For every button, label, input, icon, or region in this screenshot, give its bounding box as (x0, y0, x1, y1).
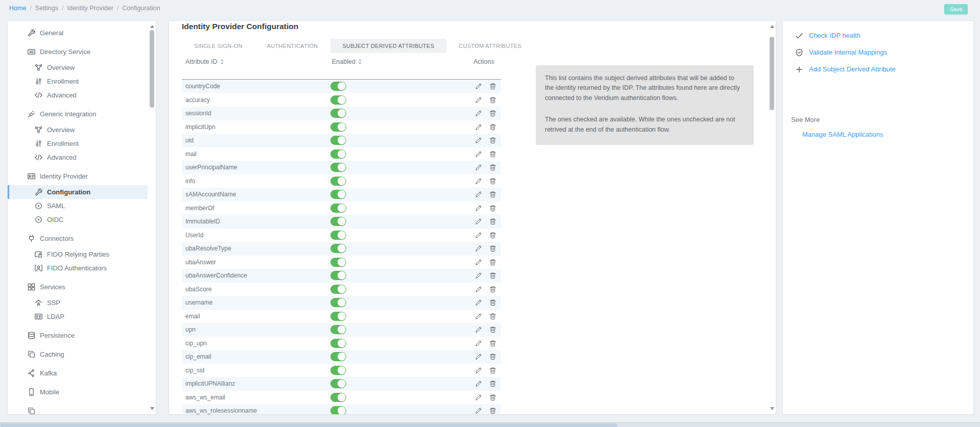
sidebar-item-configuration[interactable]: Configuration (8, 185, 148, 199)
scroll-up-icon[interactable] (770, 25, 774, 28)
scroll-up-icon[interactable] (150, 25, 154, 28)
save-button[interactable]: Save (944, 4, 968, 14)
delete-button[interactable] (488, 407, 497, 415)
sidebar-item-kafka[interactable]: Kafka (8, 366, 148, 380)
sort-icon[interactable] (358, 59, 362, 65)
delete-button[interactable] (488, 96, 497, 105)
manage-saml-applications-link[interactable]: Manage SAML Applications (802, 131, 883, 138)
enabled-toggle[interactable] (330, 339, 346, 348)
enabled-toggle[interactable] (330, 298, 346, 307)
edit-button[interactable] (474, 177, 483, 186)
enabled-toggle[interactable] (330, 352, 346, 361)
tab-subject-derived-attributes[interactable]: SUBJECT DERIVED ATTRIBUTES (330, 39, 447, 53)
enabled-toggle[interactable] (330, 204, 346, 213)
delete-button[interactable] (488, 380, 497, 388)
edit-button[interactable] (474, 231, 483, 240)
validate-internal-mappings-link[interactable]: Validate Internal Mappings (783, 44, 973, 61)
sidebar-item-advanced[interactable]: Advanced (8, 88, 148, 102)
sidebar-item-fido-authenticators[interactable]: FIDO Authenticators (8, 261, 148, 275)
delete-button[interactable] (488, 190, 497, 199)
delete-button[interactable] (488, 298, 497, 307)
enabled-toggle[interactable] (330, 393, 346, 402)
enabled-toggle[interactable] (330, 312, 346, 321)
enabled-toggle[interactable] (330, 244, 346, 253)
sidebar-item-general[interactable]: General (8, 26, 148, 40)
enabled-toggle[interactable] (330, 325, 346, 334)
sidebar-item-caching[interactable]: Caching (8, 347, 148, 361)
delete-button[interactable] (488, 258, 497, 267)
sort-icon[interactable] (220, 59, 224, 65)
enabled-toggle[interactable] (330, 149, 346, 159)
sidebar-item-overview[interactable]: Overview (8, 61, 148, 74)
edit-button[interactable] (474, 190, 483, 199)
edit-button[interactable] (474, 380, 483, 388)
sidebar-item-ssp[interactable]: SSP (8, 296, 148, 310)
edit-button[interactable] (474, 217, 483, 226)
edit-button[interactable] (474, 82, 483, 91)
delete-button[interactable] (488, 312, 497, 321)
edit-button[interactable] (474, 123, 483, 132)
sidebar-item-persistence[interactable]: Persistence (8, 329, 148, 342)
edit-button[interactable] (474, 366, 483, 375)
horizontal-scrollbar[interactable] (0, 422, 980, 427)
edit-button[interactable] (474, 204, 483, 213)
delete-button[interactable] (488, 217, 497, 226)
enabled-toggle[interactable] (330, 379, 346, 388)
sidebar-item-enrollment[interactable]: Enrollment (8, 74, 148, 88)
tab-single-sign-on[interactable]: SINGLE SIGN-ON (182, 39, 255, 53)
sidebar-item-oidc[interactable]: OIDC (8, 213, 148, 227)
column-header-enabled[interactable]: Enabled (332, 58, 355, 65)
enabled-toggle[interactable] (330, 366, 346, 375)
edit-button[interactable] (474, 325, 483, 334)
edit-button[interactable] (474, 109, 483, 118)
tab-custom-attributes[interactable]: CUSTOM ATTRIBUTES (446, 39, 534, 53)
delete-button[interactable] (488, 271, 497, 280)
delete-button[interactable] (488, 244, 497, 253)
check-idp-health-link[interactable]: Check IDP health (783, 27, 973, 44)
sidebar-item-fido-relying-parties[interactable]: FIDO Relying Parties (8, 247, 148, 261)
edit-button[interactable] (474, 136, 483, 145)
enabled-toggle[interactable] (330, 163, 346, 172)
tab-authentication[interactable]: AUTHENTICATION (255, 39, 330, 53)
delete-button[interactable] (488, 393, 497, 402)
edit-button[interactable] (474, 407, 483, 415)
delete-button[interactable] (488, 231, 497, 240)
sidebar-item-enrollment[interactable]: Enrollment (8, 137, 148, 150)
delete-button[interactable] (488, 82, 497, 91)
delete-button[interactable] (488, 177, 497, 186)
scroll-down-icon[interactable] (770, 407, 774, 410)
delete-button[interactable] (488, 123, 497, 132)
horizontal-scrollbar-thumb[interactable] (0, 423, 617, 427)
breadcrumb-item-home[interactable]: Home (9, 5, 26, 12)
quick-action-label[interactable]: Validate Internal Mappings (809, 48, 887, 56)
delete-button[interactable] (488, 109, 497, 118)
enabled-toggle[interactable] (330, 217, 346, 226)
edit-button[interactable] (474, 285, 483, 294)
sidebar-item-services[interactable]: Services (8, 280, 148, 294)
edit-button[interactable] (474, 258, 483, 267)
enabled-toggle[interactable] (330, 190, 346, 199)
quick-action-label[interactable]: Check IDP health (809, 32, 861, 39)
sidebar-item-partial[interactable] (8, 404, 148, 415)
edit-button[interactable] (474, 271, 483, 280)
delete-button[interactable] (488, 136, 497, 145)
sidebar-item-ldap[interactable]: LDAP (8, 310, 148, 323)
add-subject-derived-attribute-link[interactable]: Add Subject Derived Attribute (783, 61, 973, 78)
sidebar-item-connectors[interactable]: Connectors (8, 232, 148, 245)
scroll-down-icon[interactable] (150, 407, 154, 410)
edit-button[interactable] (474, 163, 483, 172)
enabled-toggle[interactable] (330, 95, 346, 105)
enabled-toggle[interactable] (330, 122, 346, 132)
edit-button[interactable] (474, 353, 483, 361)
column-header-attribute-id[interactable]: Attribute ID (185, 58, 218, 65)
main-scrollbar[interactable] (769, 21, 776, 414)
sidebar-item-identity-provider[interactable]: Identity Provider (8, 169, 148, 183)
sidebar-item-advanced[interactable]: Advanced (8, 150, 148, 164)
delete-button[interactable] (488, 204, 497, 213)
edit-button[interactable] (474, 339, 483, 348)
delete-button[interactable] (488, 366, 497, 375)
edit-button[interactable] (474, 96, 483, 105)
edit-button[interactable] (474, 244, 483, 253)
delete-button[interactable] (488, 150, 497, 159)
delete-button[interactable] (488, 325, 497, 334)
